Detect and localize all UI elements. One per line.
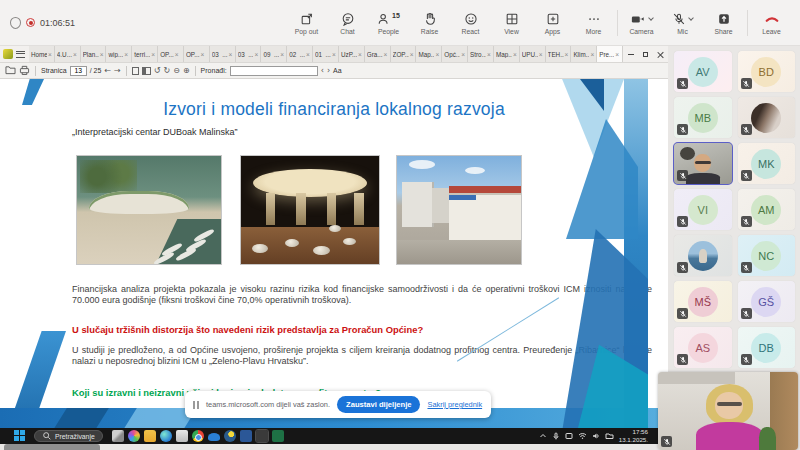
- document-tab[interactable]: Gra...×: [365, 46, 391, 62]
- volume-icon[interactable]: [592, 432, 600, 440]
- document-tab[interactable]: OP...×: [184, 46, 210, 62]
- rotate-left-icon[interactable]: ↺: [154, 67, 161, 75]
- participant-tile[interactable]: NC: [738, 235, 796, 276]
- mic-button[interactable]: Mic: [662, 2, 703, 44]
- back-icon[interactable]: ←: [104, 66, 111, 75]
- tab-close-icon[interactable]: ×: [487, 51, 491, 58]
- hide-browser-link[interactable]: Sakrij preglednik: [427, 400, 482, 409]
- document-tab[interactable]: wip...×: [106, 46, 132, 62]
- document-tab[interactable]: 03_...×: [210, 46, 236, 62]
- excel-icon[interactable]: [272, 430, 284, 442]
- chrome-icon[interactable]: [192, 430, 204, 442]
- pause-share-icon[interactable]: [193, 401, 199, 409]
- participant-tile[interactable]: BD: [738, 51, 796, 92]
- pop-out-button[interactable]: Pop out: [286, 2, 327, 44]
- tab-close-icon[interactable]: ×: [73, 51, 77, 58]
- tab-close-icon[interactable]: ×: [280, 51, 284, 58]
- more-button[interactable]: More: [573, 2, 614, 44]
- minimize-button[interactable]: [623, 47, 638, 62]
- tab-close-icon[interactable]: ×: [410, 51, 414, 58]
- tab-close-icon[interactable]: ×: [615, 51, 619, 58]
- tab-close-icon[interactable]: ×: [384, 51, 388, 58]
- document-tab[interactable]: OP...×: [158, 46, 184, 62]
- tab-close-icon[interactable]: ×: [590, 51, 594, 58]
- zoom-in-icon[interactable]: ⊕: [183, 67, 190, 75]
- document-tab[interactable]: UzP...×: [339, 46, 365, 62]
- participant-tile[interactable]: GŠ: [738, 281, 796, 322]
- participant-tile[interactable]: [674, 235, 732, 276]
- participant-tile[interactable]: DB: [738, 327, 796, 368]
- edge-icon[interactable]: [160, 430, 172, 442]
- share-button[interactable]: Share: [703, 2, 744, 44]
- menu-icon[interactable]: [16, 51, 25, 58]
- find-next-icon[interactable]: ›: [327, 66, 330, 75]
- tab-close-icon[interactable]: ×: [565, 51, 569, 58]
- document-tab[interactable]: 03_...×: [236, 46, 262, 62]
- participant-tile[interactable]: [738, 97, 796, 138]
- participant-tile[interactable]: AM: [738, 189, 796, 230]
- forward-icon[interactable]: →: [114, 66, 121, 75]
- document-tab[interactable]: 09_...×: [261, 46, 287, 62]
- document-tab[interactable]: 01_...×: [313, 46, 339, 62]
- tab-close-icon[interactable]: ×: [513, 51, 517, 58]
- document-tab[interactable]: Map...×: [494, 46, 520, 62]
- file-explorer-icon[interactable]: [144, 430, 156, 442]
- apps-button[interactable]: Apps: [532, 2, 573, 44]
- find-input[interactable]: [230, 66, 318, 76]
- tab-close-icon[interactable]: ×: [461, 51, 465, 58]
- document-tab[interactable]: UPU...×: [520, 46, 546, 62]
- store-icon[interactable]: [176, 430, 188, 442]
- view-button[interactable]: View: [491, 2, 532, 44]
- people-button[interactable]: 15 People: [368, 2, 409, 44]
- globe-app-icon[interactable]: [224, 430, 236, 442]
- camera-button[interactable]: Camera: [621, 2, 662, 44]
- restore-button[interactable]: [638, 47, 653, 62]
- tab-close-icon[interactable]: ×: [124, 51, 128, 58]
- document-tab[interactable]: terri...×: [132, 46, 158, 62]
- document-tab[interactable]: Home×: [29, 46, 55, 62]
- close-button[interactable]: [653, 47, 668, 62]
- chevron-down-icon[interactable]: [648, 15, 654, 21]
- sumatra-pdf-icon[interactable]: [256, 430, 268, 442]
- participant-tile[interactable]: VI: [674, 189, 732, 230]
- tab-close-icon[interactable]: ×: [229, 51, 233, 58]
- tray-caret-icon[interactable]: [539, 432, 547, 440]
- tab-close-icon[interactable]: ×: [332, 51, 336, 58]
- participant-tile[interactable]: MK: [738, 143, 796, 184]
- taskbar-search[interactable]: Pretraživanje: [34, 430, 103, 442]
- zoom-out-icon[interactable]: ⊖: [173, 67, 180, 75]
- participant-tile[interactable]: AV: [674, 51, 732, 92]
- start-button[interactable]: [14, 430, 26, 442]
- tab-close-icon[interactable]: ×: [539, 51, 543, 58]
- participant-tile[interactable]: MŠ: [674, 281, 732, 322]
- participant-tile[interactable]: AS: [674, 327, 732, 368]
- document-tab[interactable]: Klim...×: [571, 46, 597, 62]
- self-video-tile[interactable]: [658, 372, 798, 450]
- print-icon[interactable]: [19, 65, 30, 76]
- tab-close-icon[interactable]: ×: [254, 51, 258, 58]
- task-view-icon[interactable]: [112, 430, 124, 442]
- document-tab[interactable]: TEH...×: [546, 46, 572, 62]
- find-previous-icon[interactable]: ‹: [321, 66, 324, 75]
- tab-close-icon[interactable]: ×: [151, 51, 155, 58]
- document-tab[interactable]: Stro...×: [468, 46, 494, 62]
- document-tab[interactable]: Plan...×: [81, 46, 107, 62]
- facing-pages-view-icon[interactable]: [142, 67, 151, 75]
- wifi-icon[interactable]: [578, 432, 587, 440]
- participant-tile[interactable]: MB: [674, 97, 732, 138]
- word-icon[interactable]: [240, 430, 252, 442]
- rotate-right-icon[interactable]: ↻: [163, 67, 170, 75]
- taskbar-clock[interactable]: 17:56 13.1.2025.: [619, 428, 648, 444]
- page-number-input[interactable]: [70, 66, 87, 76]
- match-case-toggle[interactable]: Aa: [333, 67, 342, 74]
- tab-close-icon[interactable]: ×: [358, 51, 362, 58]
- folder-tray-icon[interactable]: [605, 432, 614, 440]
- document-tab[interactable]: 4.U...×: [55, 46, 81, 62]
- chevron-down-icon[interactable]: [688, 15, 694, 21]
- document-tab[interactable]: Opć...×: [442, 46, 468, 62]
- tab-close-icon[interactable]: ×: [435, 51, 439, 58]
- leave-button[interactable]: Leave: [751, 2, 792, 44]
- tab-close-icon[interactable]: ×: [175, 51, 179, 58]
- tab-close-icon[interactable]: ×: [100, 51, 104, 58]
- photos-icon[interactable]: [128, 430, 140, 442]
